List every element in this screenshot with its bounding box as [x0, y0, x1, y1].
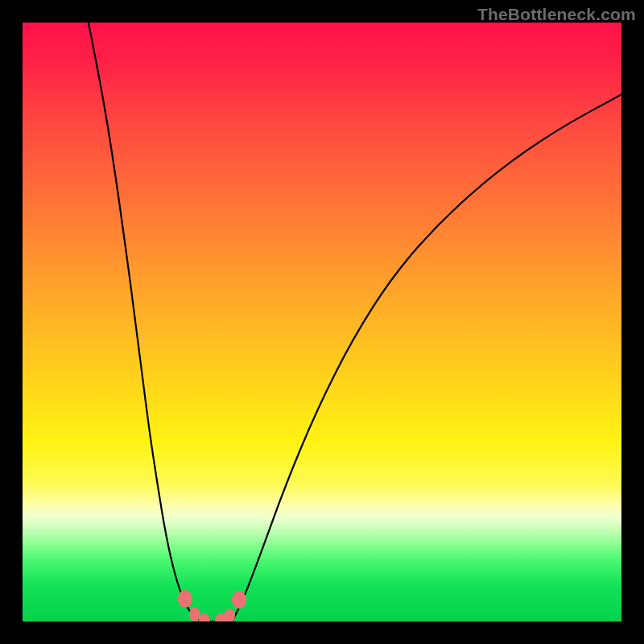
valley-marker-0 [178, 590, 192, 608]
valley-marker-2 [199, 613, 210, 622]
plot-area [23, 23, 621, 621]
valley-marker-4 [224, 609, 235, 621]
chart-stage: TheBottleneck.com [0, 0, 644, 644]
curve-svg [23, 23, 621, 621]
watermark-text: TheBottleneck.com [477, 5, 636, 24]
valley-marker-5 [232, 591, 246, 609]
bottleneck-curve-path [89, 23, 621, 621]
